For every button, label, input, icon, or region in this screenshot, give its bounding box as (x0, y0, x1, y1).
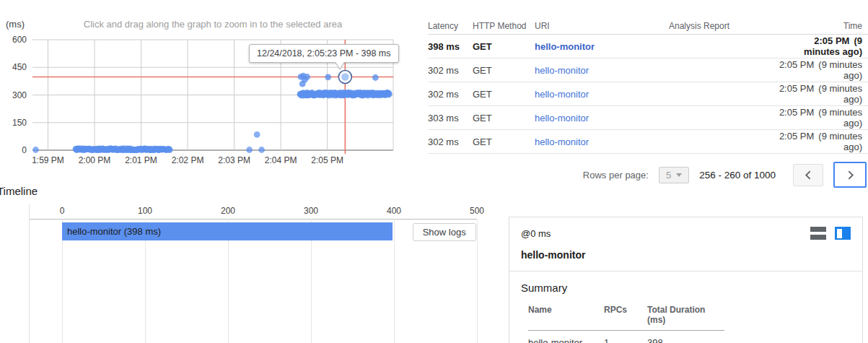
table-row[interactable]: 302 msGEThello-monitor2:05 PM(9 minutes … (428, 130, 868, 154)
horizontal-split-icon[interactable] (810, 227, 826, 240)
cell-latency: 303 ms (428, 113, 473, 123)
cell-latency: 302 ms (428, 65, 473, 76)
span-bar-label: hello-monitor (398 ms) (62, 226, 161, 237)
chevron-right-icon (846, 170, 855, 180)
column-header-http-method: HTTP Method (473, 21, 535, 31)
latency-scatter-plot[interactable]: 01503004506001:59 PM2:00 PM2:01 PM2:02 P… (0, 13, 404, 170)
column-header-latency: Latency (428, 21, 473, 31)
svg-text:2:00 PM: 2:00 PM (79, 155, 111, 165)
svg-text:2:03 PM: 2:03 PM (218, 155, 250, 165)
chart-tooltip: 12/24/2018, 2:05:23 PM - 398 ms (249, 44, 399, 63)
ruler-label: 0 (60, 206, 65, 216)
ruler-label: 100 (138, 206, 152, 216)
svg-text:2:01 PM: 2:01 PM (125, 155, 157, 165)
trace-uri-link[interactable]: hello-monitor (535, 113, 669, 123)
span-offset: @0 ms (521, 228, 551, 239)
pagination-range: 256 - 260 of 1000 (699, 170, 776, 181)
summary-table: Name RPCs Total Duration (ms) hello-moni… (528, 301, 724, 343)
cell-http-method: GET (473, 41, 535, 52)
summary-row: hello-monitor 1 398 (528, 331, 724, 343)
table-row[interactable]: 398 msGEThello-monitor2:05 PM(9 minutes … (428, 35, 868, 58)
cell-time: 2:05 PM(9 minutes ago) (777, 131, 868, 152)
chevron-left-icon (804, 170, 813, 180)
svg-text:450: 450 (12, 62, 27, 72)
trace-uri-link[interactable]: hello-monitor (535, 89, 669, 100)
cell-latency: 302 ms (428, 136, 473, 147)
timeline-gridline (394, 219, 395, 343)
timeline-gridline (477, 219, 478, 343)
cell-http-method: GET (473, 136, 535, 147)
trace-uri-link[interactable]: hello-monitor (535, 136, 669, 147)
table-row[interactable]: 302 msGEThello-monitor2:05 PM(9 minutes … (428, 58, 868, 82)
summary-col-duration: Total Duration (ms) (647, 305, 724, 325)
timeline-ruler-line (30, 219, 477, 220)
pagination: Rows per page: 5 256 - 260 of 1000 (428, 162, 868, 188)
table-row[interactable]: 302 msGEThello-monitor2:05 PM(9 minutes … (428, 82, 868, 106)
column-header-uri: URI (535, 21, 669, 31)
svg-text:1:59 PM: 1:59 PM (32, 155, 64, 165)
summary-title: Summary (521, 282, 851, 294)
caret-down-icon (676, 173, 682, 177)
ruler-label: 500 (470, 206, 484, 216)
svg-text:0: 0 (22, 145, 27, 155)
svg-text:2:02 PM: 2:02 PM (172, 155, 204, 165)
tooltip-text: 12/24/2018, 2:05:23 PM - 398 ms (257, 48, 391, 58)
svg-text:2:04 PM: 2:04 PM (265, 155, 297, 165)
span-name: hello-monitor (521, 249, 851, 261)
detail-header: @0 ms hello-monitor (509, 217, 862, 272)
summary-col-name: Name (528, 305, 604, 325)
timeline-title: Timeline (0, 185, 38, 197)
trace-table: Latency HTTP Method URI Analysis Report … (428, 18, 868, 188)
summary-cell-name: hello-monitor (528, 337, 604, 343)
cell-time: 2:05 PM(9 minutes ago) (777, 59, 868, 81)
vertical-split-icon[interactable] (835, 227, 851, 240)
column-header-time: Time (777, 21, 868, 31)
trace-table-body: 398 msGEThello-monitor2:05 PM(9 minutes … (428, 35, 868, 154)
timeline-span-bar[interactable]: hello-monitor (398 ms) (62, 222, 393, 240)
detail-body: Summary Name RPCs Total Duration (ms) he… (509, 272, 862, 343)
cell-http-method: GET (473, 65, 535, 76)
trace-table-header: Latency HTTP Method URI Analysis Report … (428, 18, 868, 35)
ruler-label: 400 (387, 206, 401, 216)
rows-per-page-label: Rows per page: (583, 170, 649, 181)
svg-text:2:05 PM: 2:05 PM (311, 155, 343, 165)
cell-time: 2:05 PM(9 minutes ago) (777, 107, 868, 129)
summary-cell-rpcs: 1 (604, 337, 647, 343)
span-detail-panel: @0 ms hello-monitor Summary Name RPCs To… (509, 217, 863, 343)
cell-time: 2:05 PM(9 minutes ago) (777, 83, 868, 105)
cell-time: 2:05 PM(9 minutes ago) (777, 35, 868, 57)
cell-latency: 398 ms (428, 41, 473, 52)
prev-page-button[interactable] (793, 164, 823, 186)
cell-latency: 302 ms (428, 89, 473, 100)
timeline-panel: 0100200300400500 hello-monitor (398 ms) … (29, 204, 477, 343)
summary-cell-duration: 398 (647, 337, 724, 343)
table-row[interactable]: 303 msGEThello-monitor2:05 PM(9 minutes … (428, 106, 868, 130)
cell-http-method: GET (473, 113, 535, 123)
rows-per-page-value: 5 (666, 170, 671, 181)
show-logs-button[interactable]: Show logs (413, 223, 476, 241)
svg-text:150: 150 (12, 118, 27, 128)
ruler-label: 300 (304, 206, 318, 216)
svg-text:300: 300 (12, 90, 27, 100)
next-page-button[interactable] (833, 162, 867, 188)
ruler-label: 200 (221, 206, 235, 216)
trace-uri-link[interactable]: hello-monitor (535, 41, 669, 52)
column-header-analysis-report: Analysis Report (669, 21, 777, 31)
summary-col-rpcs: RPCs (604, 305, 647, 325)
trace-uri-link[interactable]: hello-monitor (535, 65, 669, 76)
svg-text:600: 600 (12, 35, 27, 45)
cell-http-method: GET (473, 89, 535, 100)
rows-per-page-select[interactable]: 5 (659, 167, 689, 183)
